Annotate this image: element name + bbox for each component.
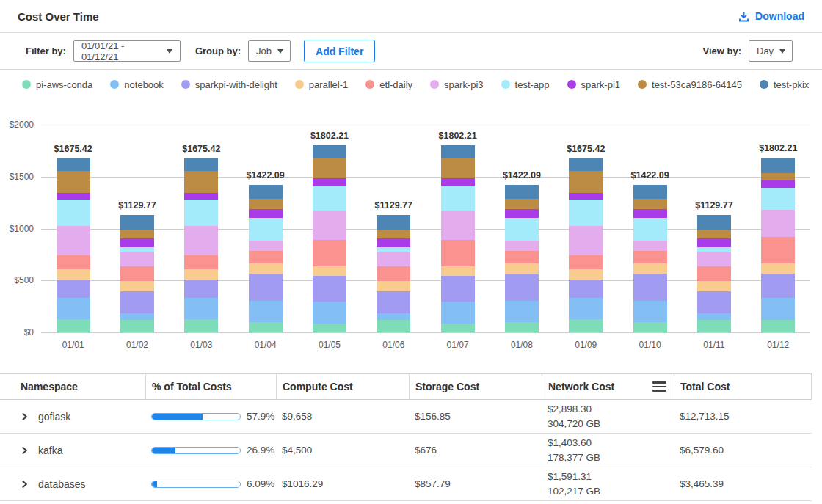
legend-item-label: spark-pi1 [581, 79, 620, 90]
legend-item-sparkpi-with-delight[interactable]: sparkpi-with-delight [181, 79, 277, 90]
bar-segment-test-53ca9186-64145 [505, 199, 539, 209]
bar-segment-sparkpi-with-delight [697, 291, 731, 313]
bar-segment-test-pkix [120, 215, 154, 230]
pct-label: 6.09% [247, 478, 274, 489]
stacked-bar-01/12[interactable] [761, 158, 795, 332]
legend-item-spark-pi1[interactable]: spark-pi1 [567, 79, 620, 90]
stacked-bar-01/05[interactable] [313, 145, 346, 332]
bar-segment-sparkpi-with-delight [249, 274, 283, 301]
bar-segment-test-app [761, 188, 795, 210]
bar-segment-test-pkix [761, 158, 795, 173]
column-header-network-cost: Network Cost [542, 374, 674, 399]
legend-item-notebook[interactable]: notebook [110, 79, 164, 90]
compute-cost-cell: $9,658 [276, 400, 409, 433]
group-by-select[interactable]: Job [248, 40, 291, 62]
progress-bar-fill [152, 448, 175, 453]
column-header-label: Network Cost [548, 381, 614, 392]
bar-segment-sparkpi-with-delight [313, 276, 346, 302]
bar-segment-etl-daily [505, 251, 539, 263]
bar-segment-etl-daily [57, 255, 90, 269]
bar-segment-test-53ca9186-64145 [184, 171, 218, 193]
total-cost-cell: $3,465.39 [674, 467, 812, 500]
bar-segment-spark-pi3 [761, 210, 795, 237]
bar-segment-sparkpi-with-delight [57, 280, 90, 299]
bar-segment-test-53ca9186-64145 [377, 230, 410, 238]
bar-slot-01/06: $1129.7701/06 [362, 125, 426, 332]
bar-segment-etl-daily [697, 266, 731, 281]
table-row-goflask[interactable]: goflask57.9%$9,658$156.85$2,898.30304,72… [0, 400, 812, 434]
bar-segment-test-app [505, 218, 539, 241]
bar-segment-parallel-1 [441, 266, 475, 277]
legend-dot-icon [365, 80, 374, 89]
stacked-bar-01/07[interactable] [441, 145, 475, 332]
bar-segment-test-app [377, 247, 410, 252]
legend-item-test-app[interactable]: test-app [501, 79, 550, 90]
bar-segment-pi-aws-conda [57, 319, 90, 332]
date-range-value: 01/01/21 - 01/12/21 [81, 40, 161, 62]
legend-item-label: etl-daily [379, 79, 412, 90]
total-cost-cell: $6,579.60 [674, 434, 812, 467]
bar-segment-test-app [57, 200, 90, 226]
bar-segment-test-pkix [441, 145, 475, 158]
bar-segment-spark-pi3 [377, 252, 410, 266]
column-header-label: Namespace [21, 381, 78, 392]
bar-total-label: $1129.77 [375, 200, 412, 211]
bar-segment-test-53ca9186-64145 [633, 199, 667, 209]
pct-label: 26.9% [247, 445, 274, 456]
legend-item-pi-aws-conda[interactable]: pi-aws-conda [22, 79, 92, 90]
legend-item-label: notebook [124, 79, 164, 90]
stacked-bar-01/09[interactable] [569, 158, 603, 332]
group-by-value: Job [256, 45, 272, 56]
bar-segment-etl-daily [249, 251, 283, 263]
bar-segment-spark-pi1 [505, 209, 539, 217]
stacked-bar-01/03[interactable] [184, 158, 218, 332]
stacked-bar-01/10[interactable] [633, 185, 667, 332]
stacked-bar-01/02[interactable] [120, 215, 154, 332]
bar-segment-pi-aws-conda [633, 322, 667, 332]
expand-chevron-icon[interactable] [21, 412, 29, 421]
add-filter-button[interactable]: Add Filter [304, 40, 375, 62]
stacked-bar-01/11[interactable] [697, 215, 731, 332]
download-button[interactable]: Download [738, 10, 804, 23]
legend-item-label: test-53ca9186-64145 [652, 79, 742, 90]
bar-segment-pi-aws-conda [120, 320, 154, 333]
bar-segment-sparkpi-with-delight [441, 276, 475, 302]
stacked-bar-01/06[interactable] [377, 215, 410, 332]
legend-item-parallel-1[interactable]: parallel-1 [295, 79, 348, 90]
date-range-select[interactable]: 01/01/21 - 01/12/21 [73, 40, 181, 62]
table-row-databases[interactable]: databases6.09%$1016.29$857.79$1,591.3110… [0, 467, 812, 501]
expand-chevron-icon[interactable] [21, 480, 29, 489]
bar-segment-test-pkix [377, 215, 410, 230]
bar-total-label: $1422.09 [631, 170, 669, 180]
namespace-cost-table: Namespace% of Total CostsCompute CostSto… [0, 373, 812, 501]
legend-item-label: spark-pi3 [444, 79, 483, 90]
column-menu-icon[interactable] [652, 381, 666, 392]
legend-item-etl-daily[interactable]: etl-daily [365, 79, 412, 90]
legend-items: pi-aws-condanotebooksparkpi-with-delight… [22, 79, 822, 90]
bar-segment-parallel-1 [313, 266, 346, 277]
bar-segment-spark-pi3 [569, 226, 603, 255]
stacked-bar-01/01[interactable] [57, 158, 90, 332]
bar-segment-notebook [313, 302, 346, 323]
expand-chevron-icon[interactable] [21, 446, 29, 455]
network-cost-value: $1,403.60 [548, 437, 592, 450]
stacked-bar-01/08[interactable] [505, 185, 539, 332]
total-cost-cell: $12,713.15 [674, 400, 812, 433]
bar-segment-test-53ca9186-64145 [57, 171, 90, 193]
bar-segment-test-pkix [57, 158, 90, 171]
legend-item-test-53ca9186-64145[interactable]: test-53ca9186-64145 [638, 79, 742, 90]
table-row-kafka[interactable]: kafka26.9%$4,500$676$1,403.60178,377 GB$… [0, 434, 812, 467]
bar-segment-etl-daily [313, 240, 346, 266]
bar-segment-parallel-1 [761, 263, 795, 273]
legend-item-test-pkix[interactable]: test-pkix [760, 79, 809, 90]
stacked-bar-01/04[interactable] [249, 185, 283, 332]
pct-of-total-cell: 26.9% [145, 434, 276, 467]
bar-segment-spark-pi1 [120, 238, 154, 247]
x-axis-tick-label: 01/08 [511, 340, 533, 350]
view-by-select[interactable]: Day [749, 40, 793, 62]
x-axis-tick-label: 01/06 [382, 340, 404, 350]
legend-item-spark-pi3[interactable]: spark-pi3 [430, 79, 483, 90]
x-axis-tick-label: 01/02 [126, 340, 148, 350]
namespace-cell: databases [0, 467, 145, 500]
bar-segment-etl-daily [377, 266, 410, 281]
